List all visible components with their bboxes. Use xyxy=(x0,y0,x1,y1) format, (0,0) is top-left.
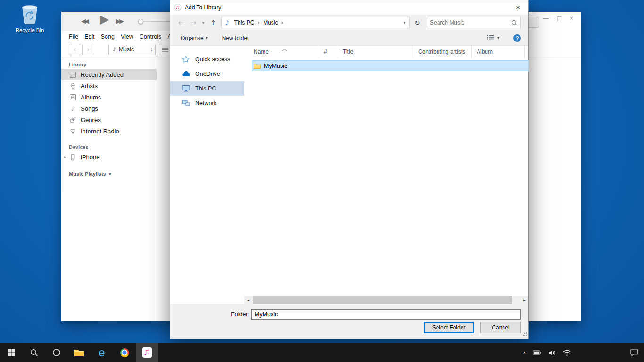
dialog-close-button[interactable]: × xyxy=(507,0,528,14)
column-header-contributing-artists[interactable]: Contributing artists xyxy=(413,46,472,58)
breadcrumb-this-pc[interactable]: This PC xyxy=(232,19,257,26)
breadcrumb-separator-icon[interactable]: › xyxy=(281,19,285,26)
folder-icon xyxy=(74,349,84,357)
note-icon: ♪ xyxy=(69,105,77,112)
maximize-button[interactable]: □ xyxy=(557,15,562,22)
horizontal-scrollbar[interactable]: ◄ ► xyxy=(244,296,528,304)
menu-file[interactable]: File xyxy=(69,33,78,40)
breadcrumb-separator-icon[interactable]: › xyxy=(256,19,261,26)
help-button[interactable]: ? xyxy=(513,34,521,42)
menu-controls[interactable]: Controls xyxy=(140,33,162,40)
computer-icon xyxy=(182,85,191,92)
chrome-button[interactable] xyxy=(113,343,136,362)
file-row-mymusic[interactable]: MyMusic xyxy=(252,61,528,71)
organise-menu-button[interactable]: Organise ▾ xyxy=(181,35,208,41)
address-bar[interactable]: ♪ This PC › Music › ▾ xyxy=(221,17,410,28)
search-input[interactable] xyxy=(430,19,512,26)
itunes-back-button[interactable]: ‹ xyxy=(69,44,81,55)
select-folder-button[interactable]: Select Folder xyxy=(424,322,474,333)
volume-slider[interactable] xyxy=(138,21,173,22)
address-dropdown-icon[interactable]: ▾ xyxy=(403,20,406,25)
battery-icon[interactable] xyxy=(533,350,542,355)
search-icon xyxy=(512,20,518,26)
close-button[interactable]: × xyxy=(570,15,573,22)
menu-view[interactable]: View xyxy=(121,33,133,40)
volume-icon[interactable] xyxy=(548,350,556,356)
folder-label: Folder: xyxy=(229,311,249,318)
volume-knob[interactable] xyxy=(138,19,143,24)
sidebar-item-recently-added[interactable]: Recently Added xyxy=(61,69,157,80)
sidebar-item-songs[interactable]: ♪ Songs xyxy=(61,103,157,114)
recycle-bin-label: Recycle Bin xyxy=(16,27,44,33)
caret-down-icon: ▾ xyxy=(206,36,208,40)
dialog-footer: Folder: Select Folder Cancel xyxy=(170,304,528,339)
view-switcher: ▾ xyxy=(487,34,499,41)
dialog-nav-row: ← → ▾ ↑ ♪ This PC › Music › ▾ ↻ xyxy=(170,15,528,31)
scrollbar-thumb[interactable] xyxy=(253,296,512,304)
itunes-sidebar: Library Recently Added Artists Albums ♪ … xyxy=(61,57,157,321)
scroll-right-button[interactable]: ► xyxy=(520,296,528,304)
nav-item-network[interactable]: Network xyxy=(170,96,244,110)
recycle-bin-icon[interactable]: Recycle Bin xyxy=(12,3,47,33)
scroll-left-button[interactable]: ◄ xyxy=(244,296,252,304)
dialog-command-bar: Organise ▾ New folder ▾ ? xyxy=(170,31,528,46)
expander-icon[interactable]: ▸ xyxy=(64,155,69,159)
add-to-library-dialog: Add To Library × ← → ▾ ↑ ♪ This PC › Mus… xyxy=(170,0,529,339)
search-box xyxy=(427,17,521,28)
start-button[interactable] xyxy=(0,343,23,362)
sidebar-item-iphone[interactable]: ▸ iPhone xyxy=(61,151,157,163)
sidebar-item-internet-radio[interactable]: Internet Radio xyxy=(61,125,157,137)
refresh-button[interactable]: ↻ xyxy=(412,17,423,28)
up-one-level-button[interactable]: ↑ xyxy=(207,16,219,29)
sidebar-item-albums[interactable]: Albums xyxy=(61,91,157,103)
itunes-taskbar-button[interactable] xyxy=(136,343,158,362)
grid-icon xyxy=(69,71,77,78)
column-headers: Name # Title Contributing artists Album xyxy=(244,46,528,58)
file-explorer-button[interactable] xyxy=(68,343,91,362)
wifi-icon[interactable] xyxy=(563,350,571,356)
music-note-icon: ♪ xyxy=(113,46,116,53)
cortana-button[interactable] xyxy=(45,343,68,362)
nav-back-button[interactable]: ← xyxy=(175,16,187,29)
details-view-button[interactable] xyxy=(487,34,494,41)
nav-item-onedrive[interactable]: OneDrive xyxy=(170,66,244,81)
nav-forward-button[interactable]: → xyxy=(187,16,199,29)
minimize-button[interactable]: — xyxy=(543,15,549,22)
taskbar-search-button[interactable] xyxy=(23,343,45,362)
itunes-forward-button[interactable]: › xyxy=(82,44,94,55)
recent-locations-dropdown[interactable]: ▾ xyxy=(199,20,207,25)
menu-song[interactable]: Song xyxy=(101,33,115,40)
itunes-window-controls: — □ × xyxy=(543,15,573,22)
column-header-album[interactable]: Album xyxy=(472,46,525,58)
music-playlists-heading[interactable]: Music Playlists ∨ xyxy=(69,171,157,177)
sidebar-item-genres[interactable]: Genres xyxy=(61,114,157,125)
column-header-title[interactable]: Title xyxy=(338,46,413,58)
play-button[interactable]: ▶ xyxy=(100,12,109,26)
dialog-title: Add To Library xyxy=(185,4,221,11)
media-kind-picker[interactable]: ♪ Music ▴▾ xyxy=(108,44,156,55)
dialog-content: Quick access OneDrive This PC Network xyxy=(170,46,528,304)
action-center-button[interactable] xyxy=(630,349,638,356)
cancel-button[interactable]: Cancel xyxy=(480,322,521,333)
folder-icon xyxy=(254,63,261,69)
column-header-number[interactable]: # xyxy=(319,46,338,58)
show-hidden-icons-button[interactable]: ∧ xyxy=(523,350,526,355)
details-list-icon xyxy=(487,34,494,40)
sidebar-item-artists[interactable]: Artists xyxy=(61,80,157,91)
resize-grip[interactable] xyxy=(522,331,527,337)
views-dropdown-icon[interactable]: ▾ xyxy=(497,36,499,40)
nav-item-quick-access[interactable]: Quick access xyxy=(170,52,244,66)
previous-track-button[interactable]: ◀◀ xyxy=(81,17,88,25)
menu-edit[interactable]: Edit xyxy=(84,33,95,40)
breadcrumb-music[interactable]: Music xyxy=(261,19,280,26)
itunes-app-icon xyxy=(174,4,182,11)
next-track-button[interactable]: ▶▶ xyxy=(116,17,123,25)
star-icon xyxy=(182,56,191,63)
internet-explorer-button[interactable]: e xyxy=(91,343,113,362)
folder-name-input[interactable] xyxy=(251,309,521,320)
dialog-titlebar: Add To Library × xyxy=(170,0,528,15)
devices-heading: Devices xyxy=(69,144,157,150)
microphone-icon xyxy=(69,82,77,90)
nav-item-this-pc[interactable]: This PC xyxy=(170,81,244,96)
new-folder-button[interactable]: New folder xyxy=(222,35,249,41)
